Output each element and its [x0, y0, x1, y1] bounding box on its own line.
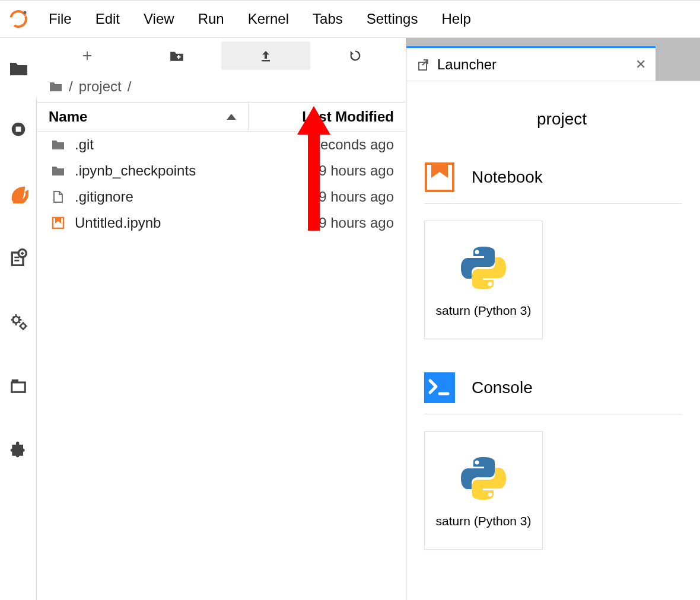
console-icon: [424, 372, 455, 403]
sidebar-extensions-icon[interactable]: [0, 417, 37, 481]
sidebar-folder-icon[interactable]: [0, 38, 37, 97]
close-icon[interactable]: ✕: [635, 57, 646, 72]
launcher-card-notebook-python[interactable]: saturn (Python 3): [424, 221, 543, 339]
column-name[interactable]: Name: [37, 103, 249, 131]
card-label: saturn (Python 3): [435, 514, 531, 528]
top-menubar: File Edit View Run Kernel Tabs Settings …: [0, 0, 700, 38]
folder-icon: [49, 138, 68, 152]
file-list: .git seconds ago .ipynb_checkpoints 19 h…: [37, 132, 406, 236]
menu-view[interactable]: View: [132, 7, 186, 31]
refresh-button[interactable]: [311, 42, 400, 70]
file-modified: seconds ago: [254, 136, 394, 153]
sidebar-settings-icon[interactable]: [0, 289, 37, 353]
file-name: .gitignore: [75, 189, 254, 205]
menu-settings[interactable]: Settings: [355, 7, 430, 31]
new-launcher-button[interactable]: [43, 42, 132, 70]
folder-icon: [49, 79, 63, 94]
python-icon: [457, 452, 510, 505]
sort-ascending-icon: [227, 114, 236, 120]
launcher-card-console-python[interactable]: saturn (Python 3): [424, 431, 543, 550]
breadcrumb-root[interactable]: /: [69, 78, 73, 95]
sidebar-leaf-icon[interactable]: [0, 161, 37, 225]
column-modified[interactable]: Last Modified: [249, 103, 406, 131]
work-area: Launcher ✕ project Notebook saturn (Pyth…: [406, 38, 700, 600]
file-name: .ipynb_checkpoints: [75, 162, 254, 179]
file-icon: [49, 190, 68, 204]
menu-edit[interactable]: Edit: [84, 7, 132, 31]
menu-help[interactable]: Help: [429, 7, 482, 31]
section-title: Notebook: [472, 168, 543, 187]
file-browser-panel: / project / Name Last Modified .git seco…: [37, 38, 406, 600]
breadcrumb-folder[interactable]: project: [79, 78, 122, 95]
popout-icon: [416, 58, 430, 72]
file-modified: 19 hours ago: [254, 215, 394, 231]
notebook-icon: [49, 216, 68, 230]
menubar: File Edit View Run Kernel Tabs Settings …: [37, 7, 483, 31]
jupyter-logo-icon: [0, 9, 37, 28]
launcher-panel: project Notebook saturn (Python 3) Conso…: [406, 81, 700, 600]
tab-bar: Launcher ✕: [406, 46, 700, 81]
breadcrumb[interactable]: / project /: [37, 74, 406, 102]
file-row[interactable]: .git seconds ago: [37, 132, 406, 158]
card-label: saturn (Python 3): [435, 304, 531, 318]
file-name: .git: [75, 136, 254, 153]
file-row[interactable]: Untitled.ipynb 19 hours ago: [37, 210, 406, 236]
column-name-label: Name: [49, 108, 87, 125]
tab-title: Launcher: [437, 56, 497, 73]
folder-icon: [49, 164, 68, 178]
file-modified: 19 hours ago: [254, 162, 394, 179]
menu-tabs[interactable]: Tabs: [301, 7, 355, 31]
file-row[interactable]: .ipynb_checkpoints 19 hours ago: [37, 158, 406, 184]
sidebar-tabs-icon[interactable]: [0, 353, 37, 417]
section-header: Console: [424, 372, 682, 414]
file-name: Untitled.ipynb: [75, 215, 254, 231]
upload-button[interactable]: [221, 42, 310, 70]
file-browser-toolbar: [37, 38, 406, 74]
menu-kernel[interactable]: Kernel: [236, 7, 301, 31]
launcher-section-console: Console saturn (Python 3): [424, 372, 682, 550]
menu-file[interactable]: File: [37, 7, 84, 31]
breadcrumb-trail: /: [128, 78, 132, 95]
sidebar-docs-icon[interactable]: [0, 225, 37, 289]
new-folder-button[interactable]: [132, 42, 221, 70]
section-title: Console: [472, 378, 533, 397]
file-modified: 19 hours ago: [254, 189, 394, 205]
notebook-icon: [424, 162, 455, 193]
python-icon: [457, 242, 510, 294]
menu-run[interactable]: Run: [186, 7, 236, 31]
launcher-heading: project: [537, 110, 682, 129]
launcher-section-notebook: Notebook saturn (Python 3): [424, 162, 682, 339]
file-row[interactable]: .gitignore 19 hours ago: [37, 184, 406, 210]
section-header: Notebook: [424, 162, 682, 204]
sidebar-running-icon[interactable]: [0, 97, 37, 161]
file-list-header: Name Last Modified: [37, 102, 406, 132]
activity-bar: [0, 38, 37, 600]
tab-launcher[interactable]: Launcher ✕: [406, 46, 656, 81]
